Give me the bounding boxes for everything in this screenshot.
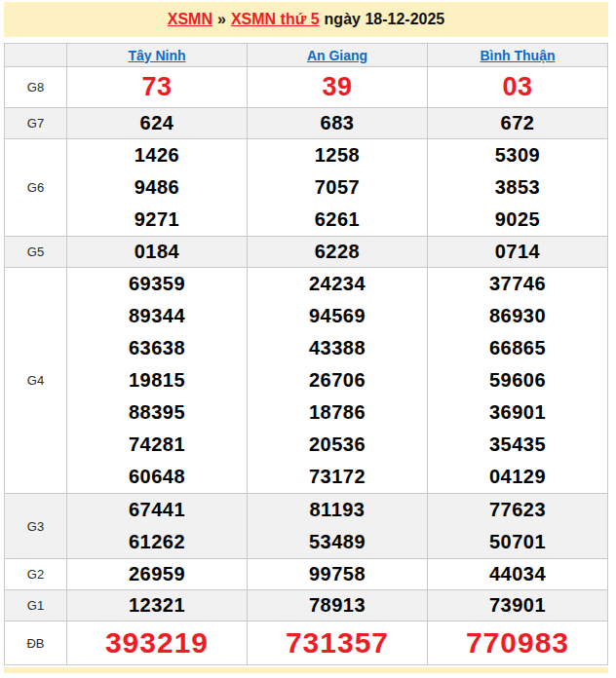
result-number: 6261 [248, 204, 427, 236]
result-cell: 7762350701 [428, 494, 608, 559]
result-cell: 731357 [248, 622, 428, 665]
result-number: 683 [248, 108, 427, 138]
result-number: 89344 [67, 300, 247, 332]
result-cell: 6744161262 [67, 494, 248, 559]
result-number: 03 [428, 67, 607, 107]
result-number: 69359 [67, 268, 247, 300]
results-table: Tây Ninh An Giang Bình Thuận G8733903G76… [4, 43, 608, 665]
xsmn-breadcrumb-link[interactable]: XSMN [168, 11, 212, 27]
result-cell: 393219 [67, 622, 248, 665]
result-number: 86930 [428, 300, 607, 332]
prize-label-g3: G3 [5, 494, 67, 559]
prize-label-g7: G7 [5, 108, 67, 139]
xsmn-thu5-link[interactable]: XSMN thứ 5 [231, 11, 320, 27]
bottom-strip [4, 667, 608, 673]
result-number: 81193 [248, 494, 427, 526]
result-cell: 672 [428, 108, 608, 139]
result-number: 26706 [248, 364, 427, 396]
result-number: 99758 [248, 559, 427, 589]
result-number: 94569 [248, 300, 427, 332]
province-link-an-giang[interactable]: An Giang [307, 48, 367, 63]
result-cell: 24234945694338826706187862053673172 [248, 268, 428, 494]
result-cell: 73 [67, 67, 248, 108]
result-number: 18786 [248, 396, 427, 429]
result-number: 9271 [67, 204, 247, 236]
result-number: 50701 [428, 526, 607, 558]
result-number: 59606 [428, 364, 607, 396]
result-cell: 12321 [67, 590, 248, 622]
result-number: 66865 [428, 332, 607, 364]
page-title: XSMN»XSMN thứ 5ngày 18-12-2025 [4, 2, 608, 37]
table-header-row: Tây Ninh An Giang Bình Thuận [5, 44, 608, 67]
result-number: 04129 [428, 461, 607, 493]
result-cell: 6228 [248, 237, 428, 268]
result-number: 5309 [428, 139, 607, 171]
prize-label-db: ĐB [5, 622, 67, 665]
result-cell: 0184 [67, 237, 248, 268]
result-number: 39 [248, 67, 427, 107]
prize-label-g2: G2 [5, 559, 67, 590]
result-cell: 770983 [428, 622, 608, 665]
result-cell: 44034 [428, 559, 608, 590]
prize-label-g1: G1 [5, 590, 67, 622]
result-cell: 37746869306686559606369013543504129 [428, 268, 608, 494]
result-number: 24234 [248, 268, 427, 300]
breadcrumb-separator: » [217, 11, 226, 27]
result-number: 44034 [428, 559, 607, 589]
prize-row-g3: G3674416126281193534897762350701 [5, 494, 608, 559]
result-cell: 683 [248, 108, 428, 139]
prize-row-g7: G7624683672 [5, 108, 608, 139]
result-number: 60648 [67, 461, 247, 493]
result-number: 7057 [248, 171, 427, 204]
prize-row-db: ĐB393219731357770983 [5, 622, 608, 665]
province-link-tay-ninh[interactable]: Tây Ninh [128, 48, 185, 63]
prize-row-g2: G2269599975844034 [5, 559, 608, 590]
result-number: 20536 [248, 429, 427, 461]
prize-label-g8: G8 [5, 67, 67, 108]
result-number: 731357 [248, 622, 427, 664]
result-cell: 73901 [428, 590, 608, 622]
lottery-results-page: XSMN»XSMN thứ 5ngày 18-12-2025 Tây Ninh … [0, 2, 616, 678]
result-number: 61262 [67, 526, 247, 558]
result-number: 0184 [67, 237, 247, 267]
result-number: 3853 [428, 171, 607, 204]
prize-row-g5: G5018462280714 [5, 237, 608, 268]
result-number: 73901 [428, 590, 607, 621]
result-number: 73172 [248, 461, 427, 493]
result-cell: 26959 [67, 559, 248, 590]
result-number: 9486 [67, 171, 247, 204]
result-cell: 142694869271 [67, 139, 248, 237]
result-number: 67441 [67, 494, 247, 526]
prize-label-g5: G5 [5, 237, 67, 268]
draw-date-text: ngày 18-12-2025 [325, 11, 445, 27]
result-number: 624 [67, 108, 247, 138]
prize-row-g1: G1123217891373901 [5, 590, 608, 622]
result-cell: 69359893446363819815883957428160648 [67, 268, 248, 494]
result-number: 88395 [67, 396, 247, 429]
result-number: 6228 [248, 237, 427, 267]
result-number: 74281 [67, 429, 247, 461]
prize-row-g6: G6142694869271125870576261530938539025 [5, 139, 608, 237]
result-number: 12321 [67, 590, 247, 621]
result-number: 1258 [248, 139, 427, 171]
result-number: 37746 [428, 268, 607, 300]
result-number: 19815 [67, 364, 247, 396]
result-number: 35435 [428, 429, 607, 461]
prize-row-g8: G8733903 [5, 67, 608, 108]
prize-row-g4: G469359893446363819815883957428160648242… [5, 268, 608, 494]
prize-column-header [5, 44, 67, 67]
result-number: 672 [428, 108, 607, 138]
result-number: 26959 [67, 559, 247, 589]
result-number: 63638 [67, 332, 247, 364]
result-cell: 99758 [248, 559, 428, 590]
result-number: 770983 [428, 622, 607, 664]
result-number: 43388 [248, 332, 427, 364]
result-number: 393219 [67, 622, 247, 664]
result-number: 77623 [428, 494, 607, 526]
province-link-binh-thuan[interactable]: Bình Thuận [481, 48, 556, 63]
result-number: 73 [67, 67, 247, 107]
prize-label-g4: G4 [5, 268, 67, 494]
result-cell: 78913 [248, 590, 428, 622]
result-cell: 03 [428, 67, 608, 108]
result-cell: 39 [248, 67, 428, 108]
